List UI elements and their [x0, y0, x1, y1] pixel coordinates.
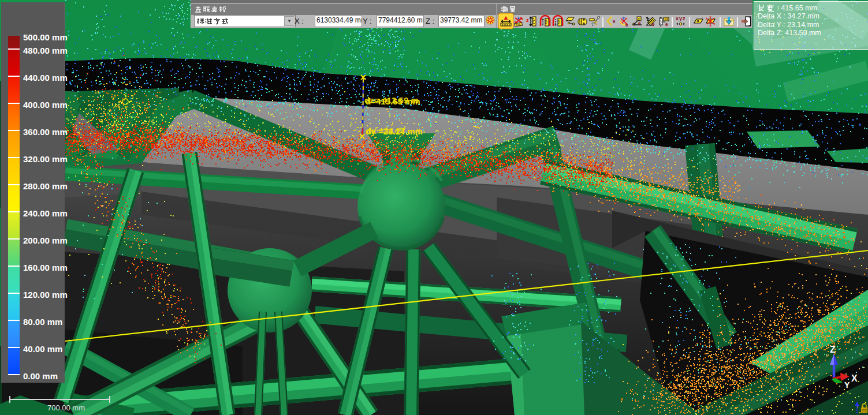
svg-text:dx =34.27: dx =34.27	[366, 126, 405, 136]
svg-text:Z: Z	[830, 345, 836, 354]
svg-text:θ: θ	[665, 22, 668, 27]
svg-text:θ: θ	[652, 22, 654, 27]
svg-text:θ: θ	[638, 21, 640, 26]
svg-text:xyz: xyz	[676, 16, 686, 21]
svg-text:θ: θ	[613, 19, 615, 24]
svg-text:dz=-413.59 m: dz=-413.59 m	[364, 95, 419, 105]
svg-text:θ: θ	[625, 23, 628, 28]
svg-text:z: z	[526, 17, 529, 23]
svg-text:700.00 mm: 700.00 mm	[47, 403, 85, 412]
svg-text:X: X	[851, 373, 858, 383]
svg-text:Y: Y	[844, 380, 850, 390]
